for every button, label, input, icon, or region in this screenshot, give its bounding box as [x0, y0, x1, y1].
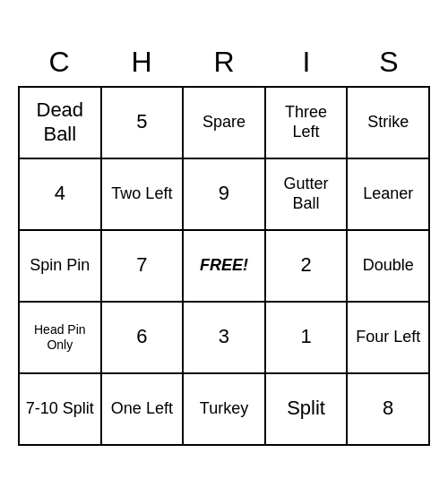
- grid-cell-4-3: Split: [266, 374, 349, 446]
- header-letter: H: [100, 42, 183, 82]
- grid-cell-2-4: Double: [348, 231, 430, 303]
- grid-cell-3-0: Head Pin Only: [20, 303, 102, 374]
- grid-cell-3-4: Four Left: [348, 303, 430, 374]
- grid-cell-2-0: Spin Pin: [20, 231, 102, 303]
- grid-cell-4-2: Turkey: [184, 374, 266, 446]
- grid-cell-0-2: Spare: [184, 88, 266, 159]
- grid-cell-2-1: 7: [102, 231, 185, 303]
- header-letter: R: [183, 42, 265, 82]
- grid-cell-1-2: 9: [184, 159, 266, 231]
- grid-cell-2-2: FREE!: [184, 231, 266, 303]
- grid-cell-4-4: 8: [348, 374, 430, 446]
- header-letter: I: [265, 42, 348, 82]
- grid-cell-1-0: 4: [20, 159, 102, 231]
- header-letter: C: [18, 42, 100, 82]
- grid-cell-3-1: 6: [102, 303, 185, 374]
- grid-cell-4-1: One Left: [102, 374, 185, 446]
- grid-cell-3-2: 3: [184, 303, 266, 374]
- grid-cell-2-3: 2: [266, 231, 349, 303]
- header-row: CHRIS: [18, 42, 430, 82]
- grid-cell-4-0: 7-10 Split: [20, 374, 102, 446]
- grid-cell-0-1: 5: [102, 88, 185, 159]
- grid-cell-3-3: 1: [266, 303, 349, 374]
- grid-cell-1-4: Leaner: [348, 159, 430, 231]
- bingo-card: CHRIS Dead Ball5SpareThree LeftStrike4Tw…: [18, 42, 430, 446]
- header-letter: S: [348, 42, 430, 82]
- grid-cell-0-0: Dead Ball: [20, 88, 102, 159]
- grid-cell-1-1: Two Left: [102, 159, 185, 231]
- bingo-grid: Dead Ball5SpareThree LeftStrike4Two Left…: [18, 86, 430, 446]
- grid-cell-1-3: Gutter Ball: [266, 159, 349, 231]
- grid-cell-0-4: Strike: [348, 88, 430, 159]
- grid-cell-0-3: Three Left: [266, 88, 349, 159]
